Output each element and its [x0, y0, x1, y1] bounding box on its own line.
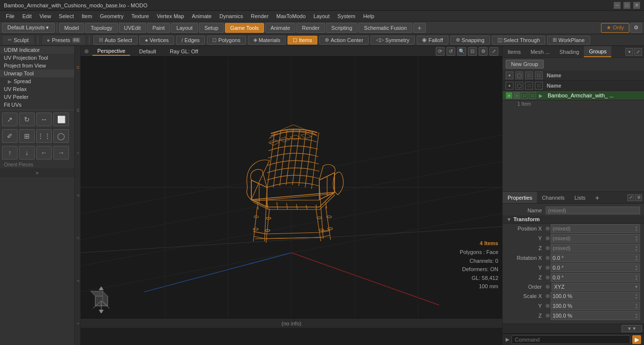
auto-select-button[interactable]: ⊞ Auto Select	[93, 36, 137, 45]
scale-y-dot[interactable]	[546, 304, 550, 308]
workplane-button[interactable]: ⊞ WorkPlane	[547, 36, 590, 45]
order-select[interactable]: XYZ ▾	[552, 283, 640, 291]
scale-z-value[interactable]: 100.0 % ▲▼	[551, 311, 640, 320]
scale-x-dot[interactable]	[546, 294, 550, 298]
uv-relax[interactable]: UV Relax	[0, 85, 74, 93]
menu-maxtomodo[interactable]: MaxToModo	[272, 12, 310, 20]
side-tab-4[interactable]: P	[75, 174, 81, 217]
project-from-view[interactable]: Project from View	[0, 62, 74, 69]
tab-render[interactable]: Render	[296, 23, 325, 33]
action-center-button[interactable]: ⊕ Action Center	[319, 36, 369, 45]
symmetry-button[interactable]: ◁▷ Symmetry	[371, 36, 415, 45]
uv-peeler[interactable]: UV Peeler	[0, 93, 74, 101]
group-expand-arrow[interactable]: ▶	[539, 93, 543, 98]
add-tab-plus[interactable]: +	[592, 194, 602, 202]
tab-properties[interactable]: Properties	[503, 192, 537, 203]
name-input[interactable]	[546, 207, 640, 214]
tool-icon-mesh[interactable]: ⋮⋮	[36, 129, 52, 143]
menu-system[interactable]: System	[333, 12, 359, 20]
menu-geometry[interactable]: Geometry	[96, 12, 127, 20]
tool-icon-scale[interactable]: ↔	[36, 113, 52, 126]
command-input[interactable]	[511, 335, 630, 344]
tab-scripting[interactable]: Scripting	[326, 23, 358, 33]
settings-button[interactable]: ⚙	[630, 23, 642, 33]
tab-groups[interactable]: Groups	[584, 46, 611, 57]
groups-expand-icon[interactable]: ⤢	[634, 48, 642, 56]
pos-z-value[interactable]: (mixed) ▲▼	[551, 244, 640, 253]
col-icon-3[interactable]: □	[525, 71, 533, 79]
prop-settings-btn[interactable]: ⚙	[635, 194, 642, 201]
tool-icon-pen[interactable]: ✐	[2, 129, 18, 143]
nav-cube[interactable]	[88, 286, 115, 313]
pos-x-value[interactable]: (mixed) ▲▼	[551, 224, 640, 233]
side-tab-1[interactable]: U	[75, 46, 81, 89]
col-eye-4[interactable]: □	[535, 82, 543, 90]
vp-ctrl-zoom[interactable]: 🔍	[457, 47, 466, 56]
udim-indicator[interactable]: UDIM Indicator	[0, 46, 74, 54]
transform-arrow[interactable]: ▼	[507, 217, 511, 222]
tool-icon-up[interactable]: ↑	[2, 146, 18, 160]
col-eye-3[interactable]: □	[525, 82, 533, 90]
close-button[interactable]: ✕	[633, 2, 640, 9]
sculpt-button[interactable]: ✏ Sculpt	[3, 36, 34, 45]
tool-icon-left[interactable]: ←	[36, 146, 52, 160]
groups-dropdown-icon[interactable]: ▾	[625, 48, 633, 56]
new-group-button[interactable]: New Group	[506, 60, 544, 69]
group-row-armchair[interactable]: ● ○ □ □ ▶ Bamboo_Armchair_with_ ...	[503, 91, 644, 100]
menu-animate[interactable]: Animate	[188, 12, 215, 20]
maximize-button[interactable]: □	[623, 2, 630, 9]
pos-z-dot[interactable]	[546, 246, 550, 250]
viewport-tab-raygl[interactable]: Ray GL: Off	[165, 47, 203, 55]
tool-icon-down[interactable]: ↓	[19, 146, 35, 160]
tab-model[interactable]: Model	[59, 23, 85, 33]
menu-vertexmap[interactable]: Vertex Map	[153, 12, 188, 20]
rot-x-dot[interactable]	[546, 256, 550, 260]
menu-item[interactable]: Item	[78, 12, 96, 20]
tool-icon-right[interactable]: →	[53, 146, 69, 160]
vertices-button[interactable]: ● Vertices	[139, 36, 174, 45]
unwrap-tool[interactable]: Unwrap Tool	[0, 69, 74, 77]
col-eye-1[interactable]: ●	[506, 82, 513, 90]
menu-view[interactable]: View	[36, 12, 55, 20]
viewport-canvas[interactable]: 4 Items Polygons : Face Channels: 0 Defo…	[81, 57, 502, 318]
layout-selector[interactable]: Default Layouts ▾	[2, 23, 55, 33]
menu-help[interactable]: Help	[359, 12, 378, 20]
scroll-down-button[interactable]: ▼▼	[622, 325, 642, 332]
vp-ctrl-settings[interactable]: ⚙	[479, 47, 488, 56]
rot-x-value[interactable]: 0.0 ° ▲▼	[551, 253, 640, 262]
col-icon-4[interactable]: □	[535, 71, 543, 79]
tab-game-tools[interactable]: Game Tools	[225, 23, 265, 33]
tab-uvedit[interactable]: UVEdit	[119, 23, 146, 33]
vp-ctrl-rotate[interactable]: ⟳	[436, 47, 444, 56]
tab-animate[interactable]: Animate	[265, 23, 295, 33]
order-dot[interactable]	[546, 285, 550, 289]
tab-lists[interactable]: Lists	[570, 192, 591, 203]
tab-channels[interactable]: Channels	[537, 192, 569, 203]
scale-y-value[interactable]: 100.0 % ▲▼	[551, 301, 640, 310]
pos-y-dot[interactable]	[546, 236, 550, 240]
col-icon-2[interactable]: ◯	[515, 71, 523, 79]
tab-setup[interactable]: Setup	[199, 23, 224, 33]
tab-mesh[interactable]: Mesh ...	[526, 46, 555, 57]
rot-y-value[interactable]: 0.0 ° ▲▼	[551, 263, 640, 272]
tab-items[interactable]: Items	[503, 46, 526, 57]
pos-x-dot[interactable]	[546, 227, 550, 230]
rot-z-value[interactable]: 0.0 ° ▲▼	[551, 273, 640, 282]
side-tab-3[interactable]: V	[75, 132, 81, 174]
tab-paint[interactable]: Paint	[147, 23, 170, 33]
tab-schematic-fusion[interactable]: Schematic Fusion	[358, 23, 412, 33]
tab-shading[interactable]: Shading	[555, 46, 584, 57]
tab-layout[interactable]: Layout	[171, 23, 198, 33]
group-icon-lock[interactable]: □	[521, 92, 528, 99]
menu-file[interactable]: File	[2, 12, 19, 20]
minimize-button[interactable]: ─	[614, 2, 621, 9]
side-tab-7[interactable]: I	[75, 302, 81, 345]
menu-layout[interactable]: Layout	[310, 12, 333, 20]
pos-y-value[interactable]: (mixed) ▲▼	[551, 234, 640, 243]
vp-ctrl-expand[interactable]: ⤢	[489, 47, 498, 56]
group-icon-eye[interactable]: ●	[506, 92, 512, 99]
col-eye-2[interactable]: ◯	[515, 82, 523, 90]
collapse-button[interactable]: »	[0, 168, 74, 177]
tool-icon-grid[interactable]: ⊞	[19, 129, 35, 143]
rot-y-dot[interactable]	[546, 266, 550, 270]
